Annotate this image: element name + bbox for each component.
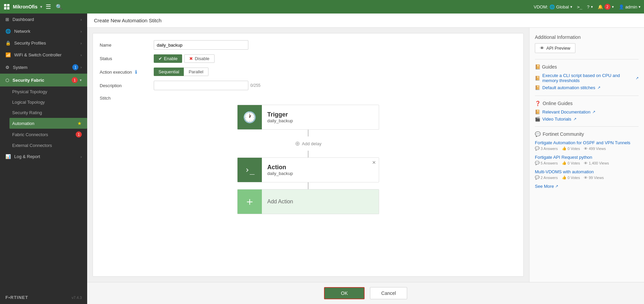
community-link-0[interactable]: Fortigate Automation for OSPF and VPN Tu…	[535, 140, 639, 145]
check-icon: ✔	[158, 56, 162, 61]
sidebar-item-automation[interactable]: Automation ★	[9, 118, 87, 129]
cancel-button[interactable]: Cancel	[370, 287, 407, 299]
trigger-block[interactable]: 🕐 Trigger daily_backup	[237, 105, 379, 130]
security-fabric-icon: ⬡	[5, 78, 9, 83]
eye-icon: 👁	[540, 46, 544, 51]
sidebar-label-logical-topology: Logical Topology	[12, 100, 45, 105]
sidebar-item-logical-topology[interactable]: Logical Topology	[12, 97, 87, 107]
see-more-link[interactable]: See More ↗	[535, 184, 639, 189]
description-input[interactable]	[154, 81, 248, 90]
security-fabric-submenu: Physical Topology Logical Topology Secur…	[0, 86, 87, 151]
add-delay-button[interactable]: ⊕ Add delay	[295, 136, 322, 151]
clock-icon: 🕐	[243, 111, 256, 124]
action-exec-label: Action execution ℹ	[100, 69, 154, 75]
fortinet-logo: F•RTINET	[5, 295, 28, 300]
video-tutorials-link[interactable]: 🎬 Video Tutorials ↗	[535, 117, 639, 122]
sidebar-label-log-report: Log & Report	[14, 154, 40, 159]
divider-2	[535, 96, 639, 96]
sidebar-item-external-connectors[interactable]: External Connectors	[12, 140, 87, 151]
community-link-2[interactable]: Multi-VDOMS with automation	[535, 169, 639, 174]
guide-link-1[interactable]: 📔 Execute a CLI script based on CPU and …	[535, 73, 639, 83]
hamburger-icon[interactable]: ☰	[46, 3, 51, 10]
svg-rect-0	[4, 4, 6, 6]
external-link-icon-4: ↗	[573, 117, 576, 121]
right-panel: Additional Information 👁 API Preview 📔 G…	[529, 28, 644, 282]
status-buttons: ✔ Enable ✖ Disable	[154, 54, 517, 63]
add-action-icon-box: ＋	[238, 189, 262, 214]
community-item-2: Multi-VDOMS with automation 💬2 Answers 👍…	[535, 169, 639, 180]
relevant-doc-link[interactable]: 📔 Relevant Documentation ↗	[535, 109, 639, 115]
ok-button[interactable]: OK	[324, 287, 365, 299]
community-section: 💬 Fortinet Community	[535, 131, 639, 137]
community-icon: 💬	[535, 131, 541, 137]
network-icon: 🌐	[5, 29, 11, 34]
log-report-icon: 📊	[5, 154, 11, 159]
sidebar-item-log-report[interactable]: 📊 Log & Report ›	[0, 151, 87, 162]
action-title: Action	[267, 164, 293, 171]
parallel-button[interactable]: Parallel	[184, 68, 208, 76]
action-icon-box: ›_	[238, 158, 262, 182]
add-delay-label: Add delay	[302, 141, 322, 146]
security-fabric-badge: 1	[72, 77, 78, 83]
sidebar-item-wifi[interactable]: 📶 WiFi & Switch Controller ›	[0, 49, 87, 61]
sidebar-label-security-fabric: Security Fabric	[13, 78, 44, 83]
guide-link-2[interactable]: 📔 Default automation stitches ↗	[535, 85, 639, 90]
cli-button[interactable]: >_	[577, 4, 583, 9]
automation-star-icon[interactable]: ★	[77, 121, 82, 126]
sidebar-label-security-rating: Security Rating	[12, 110, 42, 115]
description-row: Description 0/255	[100, 81, 517, 90]
help-button[interactable]: ? ▾	[587, 4, 593, 9]
trigger-info: Trigger daily_backup	[262, 107, 298, 127]
vdom-selector[interactable]: VDOM: 🌐 Global ▾	[534, 4, 572, 9]
community-item-1: Fortigate API Request python 💬5 Answers …	[535, 155, 639, 165]
sidebar-item-network[interactable]: 🌐 Network ›	[0, 25, 87, 37]
footer-bar: OK Cancel	[87, 282, 644, 304]
notifications-button[interactable]: 🔔 2 ▾	[598, 4, 614, 10]
disable-button[interactable]: ✖ Disable	[184, 54, 214, 63]
enable-button[interactable]: ✔ Enable	[154, 54, 182, 63]
add-action-block[interactable]: ＋ Add Action	[237, 189, 379, 214]
sidebar-item-security-profiles[interactable]: 🔒 Security Profiles ›	[0, 37, 87, 49]
action-close-button[interactable]: ✕	[372, 160, 376, 165]
community-link-1[interactable]: Fortigate API Request python	[535, 155, 639, 160]
cli-action-icon: ›_	[245, 165, 255, 175]
sidebar-item-physical-topology[interactable]: Physical Topology	[12, 86, 87, 97]
community-meta-1: 💬5 Answers 👍0 Votes 👁1,400 Views	[535, 161, 639, 165]
status-label: Status	[100, 56, 154, 61]
sequential-button[interactable]: Sequential	[154, 68, 184, 76]
system-badge: 1	[72, 64, 78, 70]
svg-rect-3	[7, 7, 9, 9]
connector-line-2	[308, 151, 308, 157]
api-preview-button[interactable]: 👁 API Preview	[535, 43, 575, 53]
info-icon[interactable]: ℹ	[135, 69, 137, 75]
stitch-flow: 🕐 Trigger daily_backup	[100, 105, 517, 214]
sidebar-label-wifi: WiFi & Switch Controller	[14, 52, 61, 57]
sidebar-item-dashboard[interactable]: ⊞ Dashboard ›	[0, 14, 87, 25]
status-row: Status ✔ Enable ✖ Disable	[100, 54, 517, 63]
action-exec-row: Action execution ℹ Sequential Parallel	[100, 68, 517, 76]
online-guides-section: ❓ Online Guides	[535, 101, 639, 106]
add-action-text: Add Action	[262, 195, 299, 209]
trigger-title: Trigger	[267, 111, 293, 118]
brand-chevron: ▾	[40, 5, 42, 9]
sidebar-item-fabric-connectors[interactable]: Fabric Connectors 1	[12, 129, 87, 140]
sidebar-footer: F•RTINET v7.4.3	[0, 291, 87, 304]
brand: MikronOfis ▾	[3, 3, 42, 10]
add-icon: ＋	[244, 194, 255, 209]
svg-rect-1	[7, 4, 9, 6]
stitch-label: Stitch	[100, 96, 517, 101]
action-block[interactable]: ›_ Action daily_backup ✕	[237, 157, 379, 182]
security-profiles-icon: 🔒	[5, 41, 11, 46]
stitch-section: Stitch 🕐 Trigger daily_backup	[100, 96, 517, 214]
trigger-sub: daily_backup	[267, 118, 293, 123]
sidebar-item-security-fabric[interactable]: ⬡ Security Fabric 1 ▾	[0, 74, 87, 86]
sidebar-item-security-rating[interactable]: Security Rating	[12, 107, 87, 118]
form-panel: Name Status ✔ Enable	[87, 28, 529, 282]
sidebar-label-security-profiles: Security Profiles	[14, 41, 46, 46]
dashboard-icon: ⊞	[5, 17, 9, 22]
book-icon: 📔	[535, 64, 541, 70]
name-input[interactable]	[154, 40, 248, 50]
user-menu[interactable]: 👤 admin ▾	[619, 4, 641, 9]
sidebar-item-system[interactable]: ⚙ System 1 ›	[0, 61, 87, 74]
search-icon[interactable]: 🔍	[56, 4, 63, 10]
